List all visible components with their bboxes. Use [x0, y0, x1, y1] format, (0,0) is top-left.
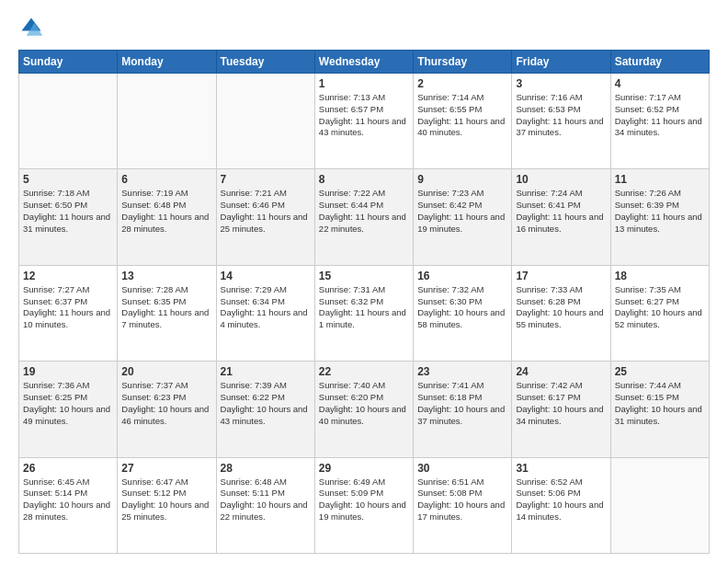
calendar-cell: 14Sunrise: 7:29 AM Sunset: 6:34 PM Dayli…: [216, 265, 314, 361]
day-number: 3: [516, 77, 606, 90]
day-number: 21: [221, 365, 311, 378]
day-info: Sunrise: 7:14 AM Sunset: 6:55 PM Dayligh…: [417, 92, 507, 139]
weekday-header-saturday: Saturday: [610, 51, 709, 74]
day-number: 24: [516, 365, 606, 378]
calendar-cell: 16Sunrise: 7:32 AM Sunset: 6:30 PM Dayli…: [414, 265, 512, 361]
calendar-cell: 7Sunrise: 7:21 AM Sunset: 6:46 PM Daylig…: [216, 169, 314, 265]
calendar-cell: 31Sunrise: 6:52 AM Sunset: 5:06 PM Dayli…: [512, 457, 610, 553]
day-number: 8: [319, 173, 409, 186]
day-info: Sunrise: 7:13 AM Sunset: 6:57 PM Dayligh…: [319, 92, 409, 139]
day-info: Sunrise: 7:41 AM Sunset: 6:18 PM Dayligh…: [417, 380, 507, 427]
day-info: Sunrise: 7:23 AM Sunset: 6:42 PM Dayligh…: [417, 188, 507, 235]
calendar-cell: 5Sunrise: 7:18 AM Sunset: 6:50 PM Daylig…: [19, 169, 118, 265]
calendar-cell: 9Sunrise: 7:23 AM Sunset: 6:42 PM Daylig…: [414, 169, 512, 265]
calendar-cell: 30Sunrise: 6:51 AM Sunset: 5:08 PM Dayli…: [414, 457, 512, 553]
calendar-cell: [216, 74, 314, 169]
day-number: 15: [319, 270, 409, 282]
calendar-cell: 3Sunrise: 7:16 AM Sunset: 6:53 PM Daylig…: [512, 74, 610, 169]
calendar-cell: 1Sunrise: 7:13 AM Sunset: 6:57 PM Daylig…: [314, 74, 413, 169]
calendar-cell: 27Sunrise: 6:47 AM Sunset: 5:12 PM Dayli…: [118, 457, 216, 553]
weekday-header-friday: Friday: [512, 51, 610, 74]
day-number: 30: [417, 462, 507, 475]
calendar-cell: 15Sunrise: 7:31 AM Sunset: 6:32 PM Dayli…: [314, 265, 413, 361]
calendar-cell: 2Sunrise: 7:14 AM Sunset: 6:55 PM Daylig…: [414, 74, 512, 169]
calendar-week-4: 19Sunrise: 7:36 AM Sunset: 6:25 PM Dayli…: [19, 362, 710, 457]
calendar-cell: [19, 74, 118, 169]
header: [18, 15, 710, 40]
day-number: 17: [516, 270, 606, 282]
weekday-header-tuesday: Tuesday: [216, 51, 314, 74]
day-number: 4: [615, 77, 705, 90]
day-number: 29: [319, 462, 409, 475]
day-number: 1: [319, 77, 409, 90]
weekday-header-sunday: Sunday: [19, 51, 118, 74]
day-info: Sunrise: 6:49 AM Sunset: 5:09 PM Dayligh…: [319, 477, 409, 523]
weekday-header-monday: Monday: [118, 51, 216, 74]
day-number: 27: [121, 462, 211, 475]
day-number: 12: [23, 270, 113, 282]
day-number: 19: [23, 365, 113, 378]
day-number: 20: [121, 365, 211, 378]
calendar-cell: 13Sunrise: 7:28 AM Sunset: 6:35 PM Dayli…: [118, 265, 216, 361]
day-number: 5: [23, 173, 113, 186]
day-number: 26: [23, 462, 113, 475]
day-info: Sunrise: 7:17 AM Sunset: 6:52 PM Dayligh…: [615, 92, 705, 139]
day-info: Sunrise: 6:52 AM Sunset: 5:06 PM Dayligh…: [516, 477, 606, 523]
day-info: Sunrise: 7:29 AM Sunset: 6:34 PM Dayligh…: [221, 284, 311, 331]
day-info: Sunrise: 6:48 AM Sunset: 5:11 PM Dayligh…: [221, 477, 311, 523]
day-number: 13: [121, 270, 211, 282]
calendar-week-1: 1Sunrise: 7:13 AM Sunset: 6:57 PM Daylig…: [19, 74, 710, 169]
day-info: Sunrise: 7:22 AM Sunset: 6:44 PM Dayligh…: [319, 188, 409, 235]
calendar-week-2: 5Sunrise: 7:18 AM Sunset: 6:50 PM Daylig…: [19, 169, 710, 265]
day-info: Sunrise: 6:51 AM Sunset: 5:08 PM Dayligh…: [417, 477, 507, 523]
day-info: Sunrise: 6:47 AM Sunset: 5:12 PM Dayligh…: [121, 477, 211, 523]
logo: [18, 15, 48, 40]
day-info: Sunrise: 7:40 AM Sunset: 6:20 PM Dayligh…: [319, 380, 409, 427]
calendar-cell: [610, 457, 709, 553]
calendar-cell: 22Sunrise: 7:40 AM Sunset: 6:20 PM Dayli…: [314, 362, 413, 457]
day-info: Sunrise: 7:18 AM Sunset: 6:50 PM Dayligh…: [23, 188, 113, 235]
calendar-cell: 17Sunrise: 7:33 AM Sunset: 6:28 PM Dayli…: [512, 265, 610, 361]
calendar-cell: 21Sunrise: 7:39 AM Sunset: 6:22 PM Dayli…: [216, 362, 314, 457]
day-number: 9: [417, 173, 507, 186]
logo-icon: [18, 15, 44, 40]
calendar-cell: 20Sunrise: 7:37 AM Sunset: 6:23 PM Dayli…: [118, 362, 216, 457]
weekday-header-thursday: Thursday: [414, 51, 512, 74]
day-info: Sunrise: 7:26 AM Sunset: 6:39 PM Dayligh…: [615, 188, 705, 235]
day-info: Sunrise: 7:36 AM Sunset: 6:25 PM Dayligh…: [23, 380, 113, 427]
day-info: Sunrise: 7:42 AM Sunset: 6:17 PM Dayligh…: [516, 380, 606, 427]
calendar-cell: 4Sunrise: 7:17 AM Sunset: 6:52 PM Daylig…: [610, 74, 709, 169]
day-number: 11: [615, 173, 705, 186]
day-number: 25: [615, 365, 705, 378]
weekday-header-row: SundayMondayTuesdayWednesdayThursdayFrid…: [19, 51, 710, 74]
weekday-header-wednesday: Wednesday: [314, 51, 413, 74]
day-info: Sunrise: 7:27 AM Sunset: 6:37 PM Dayligh…: [23, 284, 113, 331]
day-number: 6: [121, 173, 211, 186]
calendar-cell: 28Sunrise: 6:48 AM Sunset: 5:11 PM Dayli…: [216, 457, 314, 553]
day-info: Sunrise: 7:19 AM Sunset: 6:48 PM Dayligh…: [121, 188, 211, 235]
calendar-cell: 18Sunrise: 7:35 AM Sunset: 6:27 PM Dayli…: [610, 265, 709, 361]
calendar-cell: 23Sunrise: 7:41 AM Sunset: 6:18 PM Dayli…: [414, 362, 512, 457]
day-number: 7: [221, 173, 311, 186]
day-info: Sunrise: 6:45 AM Sunset: 5:14 PM Dayligh…: [23, 477, 113, 523]
day-number: 31: [516, 462, 606, 475]
calendar-week-5: 26Sunrise: 6:45 AM Sunset: 5:14 PM Dayli…: [19, 457, 710, 553]
calendar-cell: 26Sunrise: 6:45 AM Sunset: 5:14 PM Dayli…: [19, 457, 118, 553]
day-info: Sunrise: 7:16 AM Sunset: 6:53 PM Dayligh…: [516, 92, 606, 139]
calendar-cell: 8Sunrise: 7:22 AM Sunset: 6:44 PM Daylig…: [314, 169, 413, 265]
calendar-cell: 12Sunrise: 7:27 AM Sunset: 6:37 PM Dayli…: [19, 265, 118, 361]
day-info: Sunrise: 7:24 AM Sunset: 6:41 PM Dayligh…: [516, 188, 606, 235]
day-number: 16: [417, 270, 507, 282]
day-info: Sunrise: 7:35 AM Sunset: 6:27 PM Dayligh…: [615, 284, 705, 331]
calendar-cell: 6Sunrise: 7:19 AM Sunset: 6:48 PM Daylig…: [118, 169, 216, 265]
day-info: Sunrise: 7:32 AM Sunset: 6:30 PM Dayligh…: [417, 284, 507, 331]
calendar-cell: 11Sunrise: 7:26 AM Sunset: 6:39 PM Dayli…: [610, 169, 709, 265]
day-info: Sunrise: 7:31 AM Sunset: 6:32 PM Dayligh…: [319, 284, 409, 331]
calendar-table: SundayMondayTuesdayWednesdayThursdayFrid…: [18, 50, 710, 554]
day-number: 22: [319, 365, 409, 378]
day-info: Sunrise: 7:33 AM Sunset: 6:28 PM Dayligh…: [516, 284, 606, 331]
calendar-cell: 29Sunrise: 6:49 AM Sunset: 5:09 PM Dayli…: [314, 457, 413, 553]
day-info: Sunrise: 7:44 AM Sunset: 6:15 PM Dayligh…: [615, 380, 705, 427]
day-info: Sunrise: 7:21 AM Sunset: 6:46 PM Dayligh…: [221, 188, 311, 235]
day-number: 2: [417, 77, 507, 90]
